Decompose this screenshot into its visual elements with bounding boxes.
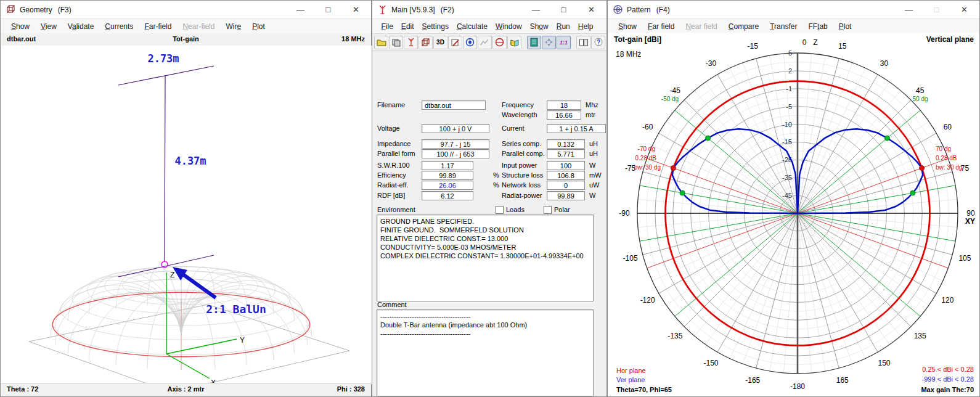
menu-item-near-field: Near-field [177,21,220,32]
close-button[interactable]: ✕ [950,1,978,18]
comment-textarea[interactable]: ----------------------------------------… [377,309,594,396]
menu-item-wire[interactable]: Wire [220,21,247,32]
3d-view-icon[interactable]: 3D [433,36,447,49]
doc-pages-icon[interactable] [576,36,590,49]
open-folder-icon[interactable] [374,36,388,49]
geometry-frequency: 18 MHz [341,35,365,43]
menu-item-window[interactable]: Window [491,21,526,32]
menu-item-plot[interactable]: Plot [833,21,857,32]
polar-checkbox[interactable] [544,206,552,214]
balun-label: 2:1 BalUn [206,303,266,316]
window-title: Geometry [20,6,52,14]
nec-notebook-icon[interactable] [527,36,541,49]
one-to-one-icon[interactable]: 1:1 [557,36,571,49]
menu-item-show[interactable]: Show [613,21,642,32]
menu-item-compare[interactable]: Compare [723,21,764,32]
menu-item-plot[interactable]: Plot [247,21,271,32]
antenna-icon[interactable] [404,36,418,49]
geometry-3d-canvas[interactable]: Z Y X 2.73m 4.37m 2:1 BalUn [1,46,372,384]
angle-label-105: 105 [958,254,971,263]
field-impedance-input[interactable]: 97.7 - j 15 [422,139,489,149]
maximize-button[interactable]: □ [314,1,342,18]
legend-theta-phi: Theta=70, Phi=65 [616,386,672,393]
angle-label-45: 45 [916,86,925,95]
close-button[interactable]: ✕ [578,1,605,18]
pattern-polar-chart[interactable]: -165-150-135-120-105-90-75-60-45-30-1501… [608,33,980,396]
minimize-button[interactable]: — [287,1,314,18]
legend-ver-plane: Ver plane [616,376,645,383]
smith-chart-icon[interactable] [492,36,507,49]
edit-file-icon[interactable] [448,36,462,49]
menu-item-calculate[interactable]: Calculate [452,21,491,32]
close-button[interactable]: ✕ [342,1,370,18]
loads-checkbox[interactable] [496,206,504,214]
field-series_comp-input[interactable]: 0.132 [547,139,585,149]
window-title: Main [V5.9.3] [391,6,435,14]
angle-label-120: 120 [941,296,953,305]
menu-item-transfer[interactable]: Transfer [764,21,802,32]
field-filename-input[interactable]: dtbar.out [422,100,486,110]
field-swr-input[interactable]: 1.17 [422,161,473,170]
menu-item-validate[interactable]: Validate [62,21,100,32]
field-parallel_form-input[interactable]: 100 // - j 653 [422,149,489,158]
menu-item-view[interactable]: View [35,21,62,32]
angle-label-60: 60 [944,123,952,131]
field-voltage-input[interactable]: 100 + j 0 V [422,124,489,133]
field-parallel_comp-unit: uH [589,150,598,157]
menu-item-far-field[interactable]: Far-field [139,21,177,32]
menu-item-file[interactable]: File [377,21,397,32]
field-rdf-input[interactable]: 6.12 [422,191,473,200]
menu-item-fftab[interactable]: FFtab [802,21,833,32]
field-current-input[interactable]: 1 + j 0.15 A [547,124,606,133]
field-radiat_eff-input[interactable]: 26.06 [422,181,473,190]
field-impedance-label: Impedance [377,140,410,147]
menu-item-show[interactable]: Show [526,21,552,32]
minimize-button[interactable]: — [895,1,923,18]
environment-textarea[interactable]: GROUND PLANE SPECIFIED. FINITE GROUND. S… [377,215,594,301]
geometry-menubar: ShowViewValidateCurrentsFar-fieldNear-fi… [1,19,371,34]
field-radiat_power-unit: W [589,192,595,199]
menu-item-far-field[interactable]: Far field [642,21,680,32]
field-rdf-label: RDF [dB] [377,192,405,199]
menu-item-help[interactable]: Help [574,21,597,32]
z-axis-label: Z [170,271,174,279]
field-efficiency-input[interactable]: 99.89 [422,171,473,180]
line-chart-icon[interactable] [478,36,492,49]
far-field-circle-icon[interactable] [463,36,477,49]
angle-label--30: -30 [706,59,717,68]
pattern-menubar: ShowFar fieldNear fieldCompareTransferFF… [608,19,979,34]
field-input_power-input[interactable]: 100 [547,161,585,170]
mast-height-label: 4.37m [174,155,206,167]
radiation-pattern-wireframe [51,266,312,370]
field-parallel_comp-input[interactable]: 5.771 [547,149,585,158]
field-radiat_power-input[interactable]: 99.89 [547,191,585,200]
field-radiat_eff-label: Radiat-eff. [377,181,409,189]
field-network_loss-unit: uW [589,181,600,189]
field-structure_loss-input[interactable]: 106.8 [547,171,585,180]
minimize-button[interactable]: — [522,1,550,18]
svg-text:?: ? [596,39,600,46]
comment-label: Comment [377,301,407,308]
help-icon[interactable]: ? [591,36,605,49]
green-angle-label-right: 50 dg [912,96,928,102]
geometry-cube-icon[interactable] [419,36,433,49]
menu-item-show[interactable]: Show [6,21,35,32]
copy-files-icon[interactable] [389,36,403,49]
menu-item-edit[interactable]: Edit [397,21,418,32]
pattern-plot-title: Tot-gain [dBi] [614,35,661,44]
maximize-button[interactable]: □ [550,1,578,18]
field-network_loss-input[interactable]: 0 [547,181,585,190]
beamwidth-dot-green [884,136,889,141]
field-frequency-input[interactable]: 18 [547,100,581,110]
radial-tick--45: -45 [782,192,792,199]
legend-max-gain: Max gain The:70 [921,386,974,393]
menu-item-run[interactable]: Run [552,21,574,32]
open-output-book-icon[interactable] [507,36,521,49]
field-input_power-label: Input power [502,162,537,169]
menu-item-settings[interactable]: Settings [418,21,452,32]
scale-arrows-icon[interactable] [542,36,556,49]
field-wavelength-input[interactable]: 16.66 [547,110,581,120]
pattern-frequency-label: 18 MHz [616,50,641,59]
menu-item-currents[interactable]: Currents [99,21,139,32]
geometry-window: Geometry (F3) — □ ✕ ShowViewValidateCurr… [0,0,372,397]
